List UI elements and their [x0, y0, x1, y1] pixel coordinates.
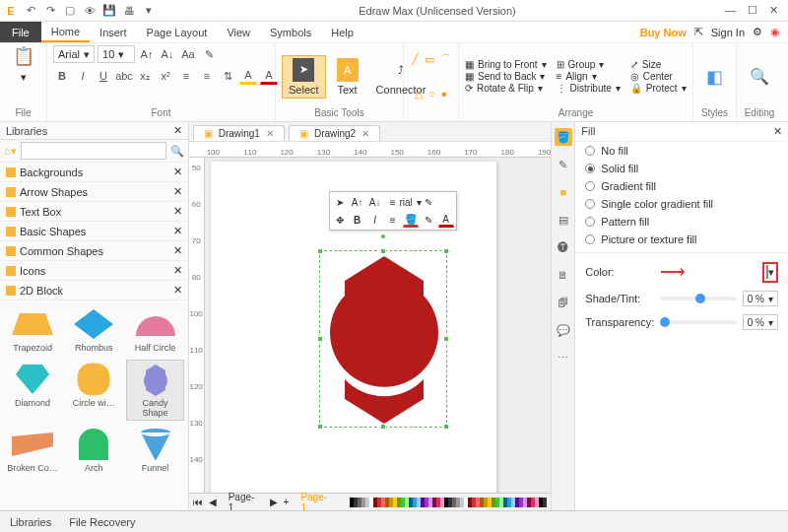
panelicon-comment[interactable]: 💬 — [555, 321, 572, 339]
shade-value[interactable]: 0 %▾ — [743, 291, 778, 306]
mini-inc-font-icon[interactable]: A↑ — [350, 194, 365, 210]
file-menu[interactable]: File — [0, 22, 41, 42]
panelicon-shape[interactable]: ■ — [555, 183, 572, 201]
select-tool[interactable]: ➤ Select — [282, 55, 326, 99]
cat-backgrounds[interactable]: Backgrounds✕ — [0, 163, 188, 182]
redo-icon[interactable]: ↷ — [43, 4, 57, 18]
filled-circle-icon[interactable]: ● — [441, 88, 448, 100]
rect-shape-icon[interactable]: ▭ — [425, 53, 434, 66]
shape-half-circle[interactable]: Half Circle — [126, 304, 183, 356]
cat-text-box[interactable]: Text Box✕ — [0, 202, 188, 222]
libraries-close-icon[interactable]: ✕ — [173, 124, 182, 137]
line-shape-icon[interactable]: ╱ — [412, 53, 419, 66]
shape-broken[interactable]: Broken Co… — [4, 425, 61, 476]
bullet-icon[interactable]: ≡ — [177, 67, 195, 85]
shape-arch[interactable]: Arch — [65, 425, 122, 476]
increase-font-icon[interactable]: A↑ — [138, 45, 156, 63]
new-icon[interactable]: ▢ — [63, 4, 77, 18]
triangle-shape-icon[interactable]: △ — [415, 88, 423, 100]
panelicon-line[interactable]: ✎ — [555, 156, 572, 173]
floating-toolbar[interactable]: ➤ A↑ A↓ ≡ rial▾ ✎ ✥ B I ≡ 🪣 ✎ A — [329, 191, 457, 231]
panelicon-text[interactable]: 🅣 — [555, 238, 572, 256]
mini-dec-font-icon[interactable]: A↓ — [367, 194, 383, 210]
mini-pointer-icon[interactable]: ➤ — [332, 194, 348, 210]
center-button[interactable]: ◎Center — [630, 71, 687, 82]
menu-page-layout[interactable]: Page Layout — [137, 22, 218, 42]
mini-move-icon[interactable]: ✥ — [332, 212, 348, 228]
font-family-select[interactable]: Arial ▾ — [53, 45, 95, 63]
mini-align-icon[interactable]: ≡ — [385, 194, 401, 210]
fill-opt-picture[interactable]: Picture or texture fill — [575, 231, 788, 248]
page-first-icon[interactable]: ⏮ — [193, 497, 203, 507]
fill-color-picker[interactable]: ▾ — [762, 262, 778, 283]
font-wand-icon[interactable]: ✎ — [200, 45, 218, 63]
font-size-select[interactable]: 10 ▾ — [98, 45, 135, 63]
line-spacing-icon[interactable]: ⇅ — [219, 67, 236, 85]
canvas-page[interactable]: ➤ A↑ A↓ ≡ rial▾ ✎ ✥ B I ≡ 🪣 ✎ A — [211, 162, 496, 493]
menu-help[interactable]: Help — [321, 22, 363, 42]
mini-bold-icon[interactable]: B — [350, 212, 365, 228]
library-search-icon[interactable]: 🔍 — [170, 145, 184, 158]
transparency-slider[interactable] — [660, 320, 736, 324]
doc-tab-2[interactable]: ▣Drawing2✕ — [289, 125, 380, 141]
menu-insert[interactable]: Insert — [90, 22, 137, 42]
styles-icon[interactable]: ◧ — [706, 66, 723, 88]
fill-opt-pattern[interactable]: Pattern fill — [575, 213, 788, 231]
cat-arrow-shapes[interactable]: Arrow Shapes✕ — [0, 182, 188, 202]
cat-icons[interactable]: Icons✕ — [0, 261, 188, 281]
arc-shape-icon[interactable]: ⌒ — [440, 52, 451, 67]
text-tool[interactable]: A Text — [330, 55, 365, 99]
italic-icon[interactable]: I — [74, 67, 92, 85]
sign-in-link[interactable]: Sign In — [711, 27, 745, 38]
page-next-icon[interactable]: ▶ — [270, 497, 278, 507]
rotate-flip-button[interactable]: ⟳Rotate & Flip ▾ — [465, 83, 547, 94]
find-icon[interactable]: 🔍 — [750, 67, 769, 86]
superscript-icon[interactable]: x² — [157, 67, 174, 85]
align-left-icon[interactable]: ≡ — [198, 67, 216, 85]
buy-now-link[interactable]: Buy Now — [640, 27, 687, 38]
save-icon[interactable]: 💾 — [102, 4, 116, 18]
send-back-button[interactable]: ▦Send to Back ▾ — [465, 71, 547, 82]
status-file-recovery[interactable]: File Recovery — [69, 516, 135, 528]
mini-font-select[interactable]: rial▾ — [403, 194, 419, 210]
fill-panel-close-icon[interactable]: ✕ — [773, 125, 782, 138]
decrease-font-icon[interactable]: A↓ — [159, 45, 176, 63]
menu-symbols[interactable]: Symbols — [260, 22, 321, 42]
strike-icon[interactable]: abc — [115, 67, 133, 85]
minimize-icon[interactable]: — — [725, 4, 736, 17]
transparency-value[interactable]: 0 %▾ — [743, 314, 778, 330]
bold-icon[interactable]: B — [53, 67, 71, 85]
library-home-icon[interactable]: ⌂▾ — [4, 145, 17, 158]
shape-rhombus[interactable]: Rhombus — [65, 304, 122, 356]
group-button[interactable]: ⊞Group ▾ — [557, 59, 621, 70]
distribute-button[interactable]: ⋮Distribute ▾ — [557, 83, 621, 94]
rotate-handle[interactable] — [380, 233, 386, 239]
tab2-close-icon[interactable]: ✕ — [361, 128, 369, 139]
mini-format-painter-icon[interactable]: ✎ — [421, 194, 436, 210]
settings-icon[interactable]: ⚙ — [753, 26, 762, 38]
panelicon-layers[interactable]: ▤ — [555, 211, 572, 229]
shape-candy[interactable]: Candy Shape — [126, 360, 183, 421]
fill-opt-gradient[interactable]: Gradient fill — [575, 177, 788, 195]
fill-opt-nofill[interactable]: No fill — [575, 142, 788, 160]
undo-icon[interactable]: ↶ — [24, 4, 37, 18]
menu-home[interactable]: Home — [41, 22, 90, 42]
panelicon-more[interactable]: ⋯ — [555, 349, 572, 366]
cat-2d-block[interactable]: 2D Block✕ — [0, 281, 188, 300]
mini-stroke-icon[interactable]: ✎ — [421, 212, 436, 228]
underline-icon[interactable]: U — [95, 67, 112, 85]
fill-opt-single-gradient[interactable]: Single color gradient fill — [575, 195, 788, 213]
protect-button[interactable]: 🔒Protect ▾ — [630, 83, 687, 94]
candy-shape-on-canvas[interactable] — [320, 251, 448, 429]
align-button[interactable]: ≡Align ▾ — [557, 71, 621, 82]
clear-format-icon[interactable]: Aa — [179, 45, 197, 63]
shape-funnel[interactable]: Funnel — [126, 425, 183, 476]
doc-tab-1[interactable]: ▣Drawing1✕ — [193, 125, 285, 141]
cat-basic-shapes[interactable]: Basic Shapes✕ — [0, 222, 188, 241]
qat-more-icon[interactable]: ▾ — [142, 4, 156, 18]
selection-box[interactable] — [319, 250, 447, 428]
mini-line-icon[interactable]: ≡ — [385, 212, 401, 228]
tab1-close-icon[interactable]: ✕ — [266, 128, 274, 139]
close-icon[interactable]: ✕ — [769, 4, 778, 17]
fill-opt-solid[interactable]: Solid fill — [575, 160, 788, 177]
